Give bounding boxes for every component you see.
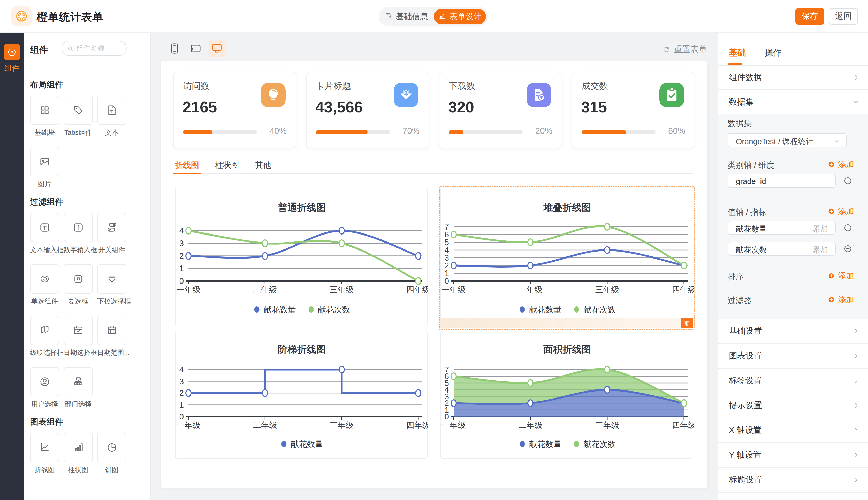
remove-metric-button[interactable] [843, 244, 853, 254]
component-item-checkbox[interactable]: 复选框 [64, 264, 93, 306]
chart-tab-1[interactable]: 柱状图 [215, 157, 239, 173]
device-toggle-tablet[interactable] [187, 40, 204, 57]
svg-text:7: 7 [445, 365, 449, 374]
component-item-daterange[interactable]: 日期范围... [97, 316, 126, 357]
dataset-select[interactable]: OrangeTest / 课程统计 [728, 133, 847, 147]
design-icon [438, 12, 446, 21]
chart-widget-1[interactable]: 01234567一年级二年级三年级四年级献花数量献花次数堆叠折线图 [440, 188, 693, 327]
select-icon [106, 273, 118, 285]
svg-text:0: 0 [445, 276, 449, 286]
setting-row-label: 标签设置 [729, 375, 762, 386]
delete-widget-button[interactable] [681, 318, 693, 328]
component-item-tag[interactable]: Tabs组件 [64, 95, 93, 137]
component-search-input[interactable] [77, 42, 123, 54]
component-card-doc-text [97, 95, 126, 125]
setting-row-5[interactable]: Y 轴设置 [718, 443, 868, 468]
section-label-1: 过滤组件 [30, 196, 145, 208]
device-toggle-monitor[interactable] [209, 40, 225, 57]
stat-progress-track [316, 130, 390, 134]
setting-row-2[interactable]: 标签设置 [718, 368, 868, 393]
component-item-radio[interactable]: 单选组件 [30, 264, 59, 306]
save-button[interactable]: 保存 [795, 8, 824, 24]
dimension-field-grade_id[interactable]: grade_id [728, 174, 836, 188]
component-item-date[interactable]: 日期选择框 [64, 316, 93, 357]
svg-text:7: 7 [445, 223, 449, 231]
component-item-image[interactable]: 图片 [30, 147, 59, 189]
tab-form-design[interactable]: 表单设计 [434, 9, 486, 24]
remove-metric-button[interactable] [843, 223, 853, 233]
monitor-icon [211, 42, 223, 55]
stat-card-2[interactable]: 下载数 320 20% [439, 72, 562, 148]
component-item-input-text[interactable]: 文本输入框 [30, 213, 59, 254]
chart-widget-3[interactable]: 01234567一年级二年级三年级四年级献花数量献花次数面积折线图 [440, 331, 693, 459]
component-search [62, 41, 127, 56]
component-card-dept [64, 367, 93, 396]
row-dataset[interactable]: 数据集 [718, 90, 868, 114]
chart-widget-0[interactable]: 01234一年级二年级三年级四年级献花数量献花次数普通折线图 [175, 188, 427, 327]
chart-tab-0[interactable]: 折线图 [175, 157, 199, 173]
chart-tab-bar: 折线图柱状图其他 [175, 157, 693, 174]
section-grid-2: 折线图 柱状图 饼图 [30, 433, 145, 475]
yen-down-icon [394, 83, 419, 107]
section-grid-1: 文本输入框 数字输入框 开关组件 单选组件 复选框 下拉选择框 级联选择框 日期… [30, 213, 145, 409]
metric-field-1[interactable]: 献花次数 累加 [728, 242, 836, 256]
stat-percent: 20% [535, 126, 553, 136]
add-metric-button[interactable]: 添加 [827, 206, 854, 217]
inspector-tab-basic[interactable]: 基础 [729, 47, 746, 59]
daterange-icon [106, 325, 118, 336]
component-item-dept[interactable]: 部门选择 [64, 367, 93, 409]
chevron-right-icon [853, 352, 860, 360]
tab-basic-info[interactable]: 基础信息 [379, 11, 433, 22]
rail-components-label: 组件 [0, 63, 24, 73]
component-label: 日期范围... [97, 348, 126, 357]
design-canvas: 重置表单 折线图柱状图其他 访问数 2165 40% 卡片标题 43,566 7… [151, 33, 717, 500]
setting-row-0[interactable]: 基础设置 [718, 319, 868, 344]
metric-field-0[interactable]: 献花数量 累加 [728, 221, 836, 235]
component-item-pie[interactable]: 饼图 [97, 433, 126, 475]
component-item-line-chart[interactable]: 折线图 [30, 433, 59, 475]
stat-card-0[interactable]: 访问数 2165 40% [173, 72, 297, 148]
component-label: 部门选择 [64, 399, 93, 409]
component-item-select[interactable]: 下拉选择框 [97, 264, 126, 306]
rail-components-button[interactable] [4, 44, 20, 60]
component-item-cascade[interactable]: 级联选择框 [30, 316, 59, 357]
form-icon [384, 12, 393, 21]
component-item-user[interactable]: 用户选择 [30, 367, 59, 409]
grid-icon [39, 104, 51, 116]
doc-upload-icon [526, 83, 552, 107]
component-item-bar-chart[interactable]: 柱状图 [64, 433, 93, 475]
add-filter-button[interactable]: 添加 [827, 294, 854, 305]
radio-icon [39, 273, 51, 285]
chart-svg-2: 01234一年级二年级三年级四年级献花数量阶梯折线图 [176, 331, 428, 459]
setting-row-6[interactable]: 标题设置 [718, 468, 868, 492]
minus-circle-icon [843, 176, 853, 186]
component-item-switch[interactable]: 开关组件 [97, 213, 126, 254]
component-item-doc-text[interactable]: 文本 [97, 95, 126, 137]
inspector-tab-action[interactable]: 操作 [765, 47, 782, 59]
setting-row-1[interactable]: 图表设置 [718, 344, 868, 368]
back-button[interactable]: 返回 [829, 8, 858, 24]
svg-text:一年级: 一年级 [177, 285, 201, 294]
component-item-input-number[interactable]: 数字输入框 [64, 213, 93, 254]
reset-form-button[interactable]: 重置表单 [662, 44, 707, 55]
bulb-icon [261, 83, 286, 107]
setting-row-4[interactable]: X 轴设置 [718, 418, 868, 443]
remove-dimension-button[interactable] [843, 176, 853, 186]
component-label: 下拉选择框 [97, 297, 126, 306]
metric-agg: 累加 [812, 245, 828, 255]
stat-card-1[interactable]: 卡片标题 43,566 70% [306, 72, 429, 148]
stat-card-3[interactable]: 成交数 315 60% [572, 72, 695, 148]
orange-logo-icon [14, 9, 29, 24]
stat-value: 315 [581, 98, 607, 116]
add-sort-button[interactable]: 添加 [827, 270, 854, 281]
row-component-data[interactable]: 组件数据 [718, 66, 868, 90]
component-item-grid[interactable]: 基础块 [30, 95, 59, 137]
chart-tab-2[interactable]: 其他 [255, 157, 271, 173]
chevron-right-icon [853, 427, 860, 434]
setting-row-3[interactable]: 提示设置 [718, 393, 868, 418]
chart-widget-2[interactable]: 01234一年级二年级三年级四年级献花数量阶梯折线图 [175, 331, 427, 459]
add-dimension-button[interactable]: 添加 [827, 159, 854, 170]
mode-switcher: 基础信息 表单设计 [379, 7, 488, 26]
section-grid-0: 基础块 Tabs组件 文本 图片 [30, 95, 145, 189]
device-toggle-phone[interactable] [166, 40, 183, 57]
